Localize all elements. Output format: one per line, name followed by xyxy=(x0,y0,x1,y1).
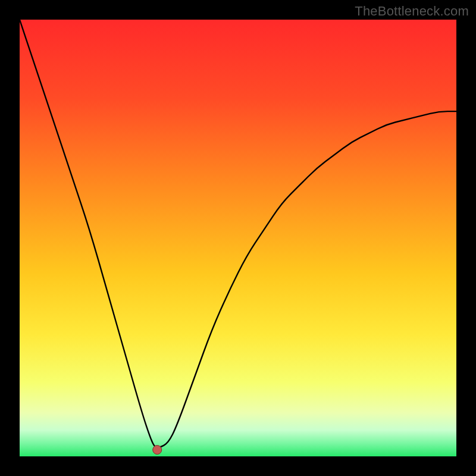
chart-frame: TheBottleneck.com xyxy=(0,0,476,476)
gradient-background xyxy=(20,20,456,456)
plot-area xyxy=(20,20,456,456)
optimal-point-marker xyxy=(153,445,162,454)
watermark-text: TheBottleneck.com xyxy=(355,4,469,19)
chart-svg xyxy=(20,20,456,456)
